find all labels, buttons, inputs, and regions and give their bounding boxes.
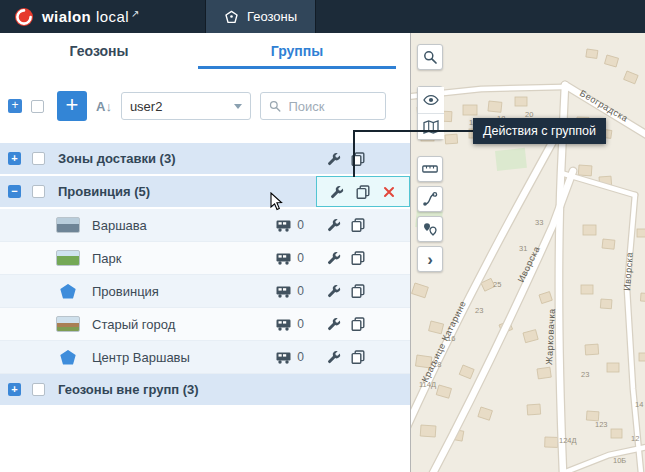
copy-icon xyxy=(351,317,365,331)
group-delete-button[interactable] xyxy=(381,184,397,200)
units-count-icon xyxy=(276,252,293,265)
groups-list: + Зоны доставки (3) − Провинция (5) xyxy=(0,143,410,405)
select-all-checkbox[interactable] xyxy=(31,100,44,113)
app-tab-geofences[interactable]: Геозоны xyxy=(205,0,316,33)
logo-arrow-icon: ↗ xyxy=(131,8,139,19)
row-checkbox[interactable] xyxy=(32,185,45,198)
group-properties-button[interactable] xyxy=(329,184,345,200)
app-logo[interactable]: wialonlocal↗ xyxy=(0,0,205,33)
group-name: Зоны доставки (3) xyxy=(58,151,176,166)
geofence-properties-button[interactable] xyxy=(326,250,342,266)
user-filter-value: user2 xyxy=(130,99,163,114)
units-count: 0 xyxy=(297,251,304,265)
tooltip-text: Действия с группой xyxy=(483,124,596,138)
geofence-row[interactable]: Центр Варшавы 0 xyxy=(0,341,410,374)
map-ruler-button[interactable] xyxy=(417,156,443,182)
groups-toolbar: + + A↓ user2 xyxy=(8,91,410,121)
units-count: 0 xyxy=(297,350,304,364)
svg-text:33: 33 xyxy=(535,218,543,227)
search-icon xyxy=(423,50,437,64)
wrench-icon xyxy=(327,152,341,166)
panel-tabs: Геозоны Группы xyxy=(0,33,410,69)
geofence-row[interactable]: Варшава 0 xyxy=(0,209,410,242)
units-count-icon xyxy=(276,285,293,298)
geofence-properties-button[interactable] xyxy=(326,283,342,299)
geofence-name: Старый город xyxy=(92,317,175,332)
map-layers-button[interactable] xyxy=(418,113,444,139)
expand-all-button[interactable]: + xyxy=(8,99,22,113)
user-filter-select[interactable]: user2 xyxy=(121,92,251,120)
wrench-icon xyxy=(327,251,341,265)
geofence-copy-button[interactable] xyxy=(350,283,366,299)
svg-text:123: 123 xyxy=(595,420,608,429)
map-routes-button[interactable] xyxy=(417,186,443,212)
group-row[interactable]: − Провинция (5) xyxy=(0,176,410,207)
svg-text:12: 12 xyxy=(631,434,639,443)
row-checkbox[interactable] xyxy=(32,152,45,165)
delete-x-icon xyxy=(383,186,395,198)
group-actions-button[interactable] xyxy=(355,184,371,200)
copy-icon xyxy=(351,218,365,232)
group-name: Провинция (5) xyxy=(58,184,150,199)
polygon-geofence-icon xyxy=(60,284,76,299)
eye-icon xyxy=(423,94,439,106)
geofence-name: Провинция xyxy=(92,284,159,299)
tooltip: Действия с группой xyxy=(473,118,606,144)
logo-text-wialon: wialon xyxy=(42,8,91,25)
geofence-properties-button[interactable] xyxy=(326,316,342,332)
chevron-right-icon: › xyxy=(427,251,433,268)
geofence-row[interactable]: Провинция 0 xyxy=(0,275,410,308)
search-input[interactable] xyxy=(287,98,377,115)
geofence-thumbnail xyxy=(56,316,80,332)
svg-text:14: 14 xyxy=(635,400,643,409)
map-basemap: 161820114Д1618232531332314123124Д10Б12 И… xyxy=(411,33,645,472)
search-icon xyxy=(269,99,281,113)
svg-text:23: 23 xyxy=(581,370,589,379)
geofence-row[interactable]: Парк 0 xyxy=(0,242,410,275)
geofence-copy-button[interactable] xyxy=(350,349,366,365)
units-count: 0 xyxy=(297,284,304,298)
group-name: Геозоны вне групп (3) xyxy=(58,382,199,397)
wrench-icon xyxy=(327,317,341,331)
geofences-panel: Геозоны Группы + + A↓ user2 xyxy=(0,33,410,472)
units-count-icon xyxy=(276,351,293,364)
wrench-icon xyxy=(327,218,341,232)
map-markers-button[interactable] xyxy=(417,216,443,242)
sort-button[interactable]: A↓ xyxy=(96,99,112,114)
sort-arrow-icon: ↓ xyxy=(105,99,112,114)
polygon-geofence-icon xyxy=(60,350,76,365)
geofence-properties-button[interactable] xyxy=(326,349,342,365)
row-checkbox[interactable] xyxy=(32,383,45,396)
svg-text:124Д: 124Д xyxy=(559,436,577,445)
tab-groups[interactable]: Группы xyxy=(198,33,396,69)
geofence-icon xyxy=(224,10,239,24)
group-row[interactable]: + Зоны доставки (3) xyxy=(0,143,410,174)
add-group-button[interactable]: + xyxy=(57,91,87,121)
svg-text:25: 25 xyxy=(493,280,501,289)
map-expand-button[interactable]: › xyxy=(417,246,443,272)
tab-geofences[interactable]: Геозоны xyxy=(0,33,198,69)
map-canvas[interactable]: 161820114Д1618232531332314123124Д10Б12 И… xyxy=(410,33,645,472)
expand-icon[interactable]: + xyxy=(8,152,21,165)
map-visibility-button[interactable] xyxy=(418,87,444,113)
map-toolbar: › xyxy=(417,44,443,272)
group-properties-button[interactable] xyxy=(326,151,342,167)
geofence-copy-button[interactable] xyxy=(350,316,366,332)
expand-icon[interactable]: + xyxy=(8,383,21,396)
tooltip-connector-horizontal xyxy=(354,130,473,132)
tab-groups-label: Группы xyxy=(271,43,323,59)
geofence-copy-button[interactable] xyxy=(350,217,366,233)
geofence-row[interactable]: Старый город 0 xyxy=(0,308,410,341)
logo-text-local: local xyxy=(96,8,129,25)
collapse-icon[interactable]: − xyxy=(8,185,21,198)
wrench-icon xyxy=(327,284,341,298)
geofence-properties-button[interactable] xyxy=(326,217,342,233)
route-icon xyxy=(422,191,438,207)
copy-icon xyxy=(351,350,365,364)
chevron-down-icon xyxy=(234,104,242,109)
sort-letter: A xyxy=(96,99,105,114)
group-row[interactable]: + Геозоны вне групп (3) xyxy=(0,374,410,405)
units-count: 0 xyxy=(297,317,304,331)
geofence-copy-button[interactable] xyxy=(350,250,366,266)
map-search-button[interactable] xyxy=(417,44,443,70)
